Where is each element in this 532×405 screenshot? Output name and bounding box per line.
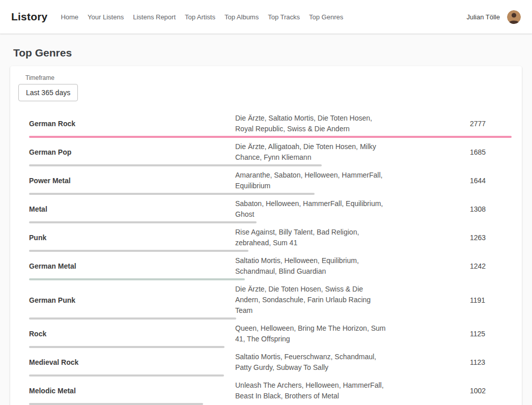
nav-item-top-genres[interactable]: Top Genres [309,13,343,21]
genre-count: 1125 [470,330,506,338]
genre-name: German Punk [29,296,235,304]
nav-item-your-listens[interactable]: Your Listens [88,13,124,21]
genre-row: Rock Queen, Helloween, Bring Me The Hori… [18,320,514,349]
main-nav: Home Your Listens Listens Report Top Art… [61,13,352,21]
genre-row: Punk Rise Against, Billy Talent, Bad Rel… [18,224,514,252]
genre-count: 1123 [470,358,506,366]
genre-name: German Rock [29,120,235,128]
top-genres-card: Timeframe Last 365 days German Rock Die … [10,66,522,405]
genre-bar [29,193,315,195]
genre-bar [29,221,257,223]
genre-row: German Rock Die Ärzte, Saltatio Mortis, … [18,110,514,138]
genre-artists: Rise Against, Billy Talent, Bad Religion… [235,227,388,248]
avatar[interactable] [507,10,521,24]
genre-table: German Rock Die Ärzte, Saltatio Mortis, … [18,110,514,405]
genre-bar [29,250,248,252]
genre-row: Melodic Metal Unleash The Archers, Hello… [18,377,514,405]
timeframe-select[interactable]: Last 365 days [18,84,78,101]
genre-bar [29,136,512,138]
avatar-image [507,10,521,24]
genre-artists: Sabaton, Helloween, HammerFall, Equilibr… [235,198,388,220]
genre-bar [29,374,224,377]
genre-bar [29,346,225,348]
nav-item-home[interactable]: Home [61,13,78,21]
genre-bar [29,278,245,280]
nav-item-top-tracks[interactable]: Top Tracks [268,13,300,21]
genre-artists: Unleash The Archers, Helloween, HammerFa… [235,380,388,401]
genre-artists: Die Ärzte, Die Toten Hosen, Swiss & Die … [235,284,388,316]
nav-item-top-artists[interactable]: Top Artists [185,13,215,21]
genre-count: 1263 [470,234,506,242]
user-name[interactable]: Julian Tölle [466,13,500,21]
genre-name: Power Metal [29,177,235,185]
genre-row: Metal Sabaton, Helloween, HammerFall, Eq… [18,195,514,224]
genre-count: 2777 [470,120,506,128]
genre-artists: Die Ärzte, Alligatoah, Die Toten Hosen, … [235,141,388,163]
genre-count: 1002 [470,387,506,395]
top-app-bar: Listory Home Your Listens Listens Report… [0,0,532,34]
genre-artists: Die Ärzte, Saltatio Mortis, Die Toten Ho… [235,113,388,134]
genre-count: 1308 [470,205,506,213]
genre-name: Rock [29,330,235,338]
genre-count: 1191 [470,296,506,304]
genre-row: German Metal Saltatio Mortis, Helloween,… [18,252,514,281]
genre-count: 1644 [470,177,506,185]
genre-row: German Pop Die Ärzte, Alligatoah, Die To… [18,138,514,167]
brand-logo[interactable]: Listory [11,11,47,23]
genre-row: Power Metal Amaranthe, Sabaton, Hellowee… [18,167,514,195]
genre-name: German Pop [29,148,235,156]
genre-artists: Saltatio Mortis, Helloween, Equilibrium,… [235,255,388,277]
page-title: Top Genres [13,47,522,59]
genre-row: German Punk Die Ärzte, Die Toten Hosen, … [18,281,514,320]
genre-bar [29,164,322,166]
genre-name: Medieval Rock [29,358,235,366]
genre-artists: Amaranthe, Sabaton, Helloween, HammerFal… [235,170,388,191]
genre-name: Melodic Metal [29,387,235,395]
timeframe-label: Timeframe [25,74,514,81]
nav-item-listens-report[interactable]: Listens Report [133,13,176,21]
genre-artists: Saltatio Mortis, Feuerschwanz, Schandmau… [235,352,388,373]
genre-bar [29,403,203,405]
timeframe-filter: Timeframe Last 365 days [18,74,514,101]
genre-artists: Queen, Helloween, Bring Me The Horizon, … [235,323,388,344]
genre-count: 1685 [470,148,506,156]
nav-item-top-albums[interactable]: Top Albums [225,13,259,21]
genre-name: German Metal [29,262,235,270]
genre-count: 1242 [470,262,506,270]
genre-name: Metal [29,205,235,213]
genre-row: Medieval Rock Saltatio Mortis, Feuerschw… [18,349,514,377]
genre-bar [29,317,236,320]
main-content: Top Genres Timeframe Last 365 days Germa… [0,47,532,405]
genre-name: Punk [29,234,235,242]
